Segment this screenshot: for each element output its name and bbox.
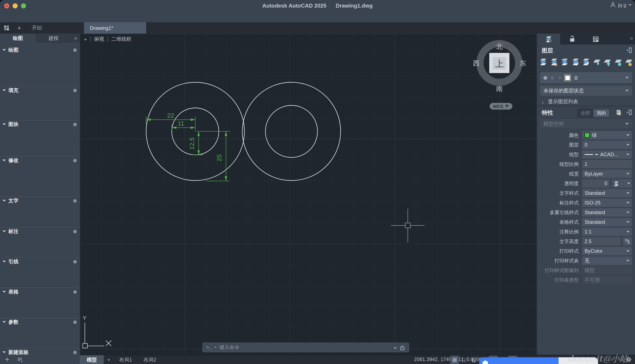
layer-isolate-button[interactable] bbox=[571, 58, 579, 66]
property-value-control[interactable]: Standard bbox=[582, 208, 632, 217]
property-row: 标注样式 ISO-25 bbox=[540, 198, 632, 207]
property-value-control[interactable]: 1:1 bbox=[582, 228, 632, 236]
section-gear-icon[interactable] bbox=[73, 320, 77, 324]
grid-display-toggle[interactable] bbox=[450, 356, 459, 364]
property-value-control[interactable]: Standard bbox=[582, 189, 632, 197]
section-gear-icon[interactable] bbox=[73, 259, 77, 264]
section-gear-icon[interactable] bbox=[73, 88, 77, 92]
filter-my-button[interactable]: 我的 bbox=[594, 109, 610, 117]
ortho-mode-toggle[interactable] bbox=[470, 356, 478, 364]
layer-unisolate-button[interactable] bbox=[582, 58, 590, 66]
section-collapse-icon[interactable] bbox=[2, 49, 6, 52]
transparency-mode-select[interactable] bbox=[612, 179, 632, 188]
layer-freeze-icon[interactable] bbox=[557, 75, 562, 80]
property-row: 打印样式 ByColor bbox=[540, 247, 632, 255]
expand-command-history-icon[interactable] bbox=[394, 345, 397, 348]
command-line[interactable]: >_ 键入命令 bbox=[202, 342, 409, 352]
layout-tab[interactable]: 模型 bbox=[80, 355, 104, 364]
layer-select[interactable]: 0 bbox=[540, 72, 632, 83]
layer-unlock-button[interactable] bbox=[625, 58, 633, 66]
property-value-control: 模型 bbox=[582, 266, 632, 274]
layer-properties-button[interactable] bbox=[539, 58, 547, 66]
share-upload-icon[interactable] bbox=[400, 344, 405, 350]
property-value-control[interactable]: Standard bbox=[582, 218, 632, 226]
layer-previous-button[interactable] bbox=[561, 58, 569, 66]
section-collapse-icon[interactable] bbox=[2, 160, 6, 163]
palette-tab[interactable]: 绘图 bbox=[0, 34, 36, 43]
document-tab[interactable]: 开始 bbox=[26, 22, 84, 34]
show-layer-list-button[interactable]: › 显示图层列表 bbox=[542, 98, 578, 106]
document-tab[interactable]: Drawing1* bbox=[84, 22, 146, 34]
property-value-control[interactable]: ISO-25 bbox=[582, 198, 632, 207]
layers-panel-title: 图层 bbox=[542, 47, 553, 54]
tab-layers[interactable] bbox=[537, 34, 560, 44]
layer-freeze-button[interactable] bbox=[593, 58, 601, 66]
section-collapse-icon[interactable] bbox=[2, 230, 6, 234]
tool-row bbox=[2, 296, 77, 297]
layers-collapse-icon[interactable] bbox=[626, 47, 632, 53]
property-value-control[interactable]: 绿 bbox=[582, 131, 632, 140]
drawing-canvas[interactable]: + 俯视 二维线框 bbox=[80, 34, 536, 355]
section-collapse-icon[interactable] bbox=[2, 124, 6, 127]
section-gear-icon[interactable] bbox=[73, 350, 77, 354]
snap-mode-toggle[interactable] bbox=[460, 356, 469, 364]
property-value-control[interactable]: 0 bbox=[582, 141, 632, 149]
selection-type-select[interactable]: 模型空间 bbox=[540, 119, 632, 128]
property-value-control[interactable]: 1 bbox=[582, 160, 632, 168]
palette-tab[interactable]: 建模 bbox=[36, 34, 72, 43]
new-drawing-tab-button[interactable]: + bbox=[13, 22, 26, 34]
filter-all-button[interactable]: 全部 bbox=[578, 109, 594, 117]
command-history-caret[interactable] bbox=[214, 347, 217, 349]
property-value-control[interactable]: ByColor bbox=[582, 247, 632, 255]
property-value-control[interactable]: 无 bbox=[582, 256, 632, 265]
layer-lock-button[interactable] bbox=[614, 58, 622, 66]
section-collapse-icon[interactable] bbox=[2, 291, 6, 294]
section-collapse-icon[interactable] bbox=[2, 90, 6, 93]
text-height-input[interactable]: 2.5 bbox=[582, 237, 621, 246]
wcs-dropdown[interactable]: WCS bbox=[490, 103, 512, 110]
section-gear-icon[interactable] bbox=[73, 198, 77, 203]
layer-color-swatch[interactable] bbox=[565, 75, 570, 80]
layer-match-button[interactable] bbox=[550, 58, 558, 66]
transparency-input[interactable]: 0 bbox=[582, 179, 610, 188]
tab-sheet-set[interactable] bbox=[584, 34, 607, 44]
section-collapse-icon[interactable] bbox=[2, 321, 6, 324]
layer-lock-icon[interactable] bbox=[550, 75, 555, 80]
section-collapse-icon[interactable] bbox=[2, 261, 6, 264]
layer-on-icon[interactable] bbox=[544, 76, 547, 80]
section-collapse-icon[interactable] bbox=[2, 200, 6, 203]
tab-attach[interactable] bbox=[560, 34, 584, 44]
property-value: ACAD... bbox=[600, 152, 618, 158]
panel-list-button[interactable] bbox=[17, 356, 23, 362]
properties-collapse-icon[interactable] bbox=[626, 109, 632, 116]
command-input[interactable]: 键入命令 bbox=[219, 344, 391, 351]
section-gear-icon[interactable] bbox=[73, 122, 77, 126]
tool-row bbox=[2, 96, 77, 98]
add-panel-button[interactable] bbox=[4, 356, 10, 362]
property-value-control[interactable]: ACAD... bbox=[582, 150, 632, 159]
layer-states-select[interactable]: 未保存的图层状态 bbox=[540, 86, 632, 96]
section-gear-icon[interactable] bbox=[73, 229, 77, 234]
layout-tab[interactable]: 布局2 bbox=[138, 355, 162, 364]
property-value: 0 bbox=[584, 142, 587, 148]
section-gear-icon[interactable] bbox=[73, 158, 77, 163]
edit-properties-icon[interactable] bbox=[616, 109, 622, 116]
section-collapse-icon[interactable] bbox=[2, 352, 6, 355]
pick-text-height-button[interactable] bbox=[623, 237, 632, 246]
user-account-menu[interactable]: jq g bbox=[610, 2, 632, 8]
tab-overview-button[interactable] bbox=[0, 22, 13, 34]
property-value-control[interactable]: ByLayer bbox=[582, 170, 632, 178]
panel-overflow-button[interactable]: » bbox=[630, 35, 633, 41]
viewcube-west: 西 bbox=[473, 60, 480, 67]
section-gear-icon[interactable] bbox=[73, 48, 77, 52]
quick-access-toolbar bbox=[0, 11, 635, 22]
customization-button[interactable] bbox=[626, 356, 632, 363]
layout-tab[interactable]: 布局1 bbox=[114, 355, 137, 364]
palette-section: 修改 bbox=[0, 156, 80, 197]
palette-collapse-button[interactable]: « bbox=[72, 34, 80, 43]
layout-tab[interactable]: + bbox=[104, 355, 113, 364]
section-gear-icon[interactable] bbox=[73, 290, 77, 294]
layer-off-button[interactable] bbox=[604, 58, 612, 66]
property-row: 线型比例 1 bbox=[540, 160, 632, 168]
property-row: 线宽 ByLayer bbox=[540, 170, 632, 178]
